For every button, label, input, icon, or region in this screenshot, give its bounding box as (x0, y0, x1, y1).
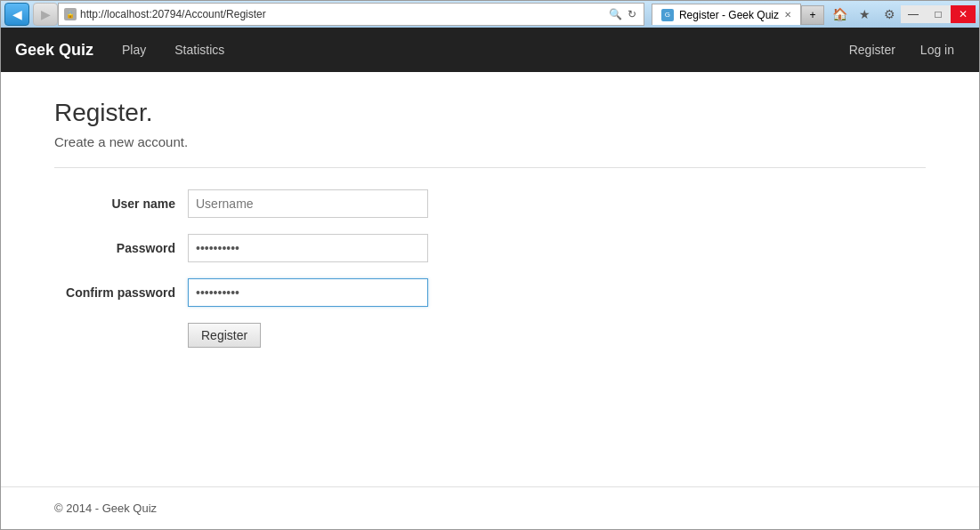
address-icon: 🔒 (64, 8, 77, 20)
titlebar: ◀ ▶ 🔒 http://localhost:20794/Account/Reg… (1, 1, 979, 28)
footer-text: © 2014 - Geek Quiz (54, 502, 157, 515)
active-tab[interactable]: G Register - Geek Quiz ✕ (652, 4, 801, 25)
tabs: G Register - Geek Quiz ✕ + (652, 4, 824, 25)
username-input[interactable] (188, 189, 428, 218)
tab-title: Register - Geek Quiz (679, 9, 779, 21)
nav-links: Play Statistics (111, 37, 235, 62)
register-form: User name Password Confirm password Regi… (54, 189, 499, 348)
navbar: Geek Quiz Play Statistics Register Log i… (1, 28, 979, 72)
username-row: User name (54, 189, 499, 218)
address-actions: 🔍 ↻ (607, 8, 638, 20)
nav-play[interactable]: Play (111, 37, 157, 62)
back-button[interactable]: ◀ (4, 3, 29, 26)
close-button[interactable]: ✕ (951, 5, 976, 23)
refresh-icon[interactable]: ↻ (626, 8, 638, 20)
register-submit-button[interactable]: Register (188, 323, 261, 348)
footer: © 2014 - Geek Quiz (1, 486, 979, 529)
page-content: Register. Create a new account. User nam… (1, 72, 979, 486)
nav-register[interactable]: Register (838, 37, 906, 62)
url-text: http://localhost:20794/Account/Register (80, 8, 603, 20)
confirm-password-input[interactable] (188, 278, 428, 307)
minimize-button[interactable]: — (901, 5, 926, 23)
password-input[interactable] (188, 234, 428, 262)
settings-icon[interactable]: ⚙ (878, 4, 901, 24)
page-subtitle: Create a new account. (54, 134, 926, 149)
nav-statistics[interactable]: Statistics (164, 37, 235, 62)
username-label: User name (54, 197, 188, 211)
divider (54, 167, 926, 168)
submit-row: Register (54, 323, 499, 348)
page-title: Register. (54, 99, 926, 127)
confirm-password-label: Confirm password (54, 285, 188, 300)
titlebar-left: ◀ ▶ (4, 3, 58, 26)
favorites-icon[interactable]: ★ (853, 4, 876, 24)
nav-login[interactable]: Log in (910, 37, 965, 62)
home-icon[interactable]: 🏠 (828, 4, 851, 24)
tab-favicon: G (661, 9, 674, 21)
forward-button[interactable]: ▶ (33, 3, 58, 26)
tab-close-button[interactable]: ✕ (784, 10, 791, 20)
maximize-button[interactable]: □ (926, 5, 951, 23)
password-row: Password (54, 234, 499, 262)
toolbar-icons: 🏠 ★ ⚙ (828, 4, 901, 24)
nav-right: Register Log in (838, 37, 965, 62)
confirm-password-row: Confirm password (54, 278, 499, 307)
search-icon[interactable]: 🔍 (607, 8, 624, 20)
browser-window: ◀ ▶ 🔒 http://localhost:20794/Account/Reg… (0, 0, 980, 530)
new-tab-button[interactable]: + (801, 5, 824, 25)
address-bar[interactable]: 🔒 http://localhost:20794/Account/Registe… (58, 3, 644, 26)
brand-logo[interactable]: Geek Quiz (15, 41, 93, 60)
password-label: Password (54, 241, 188, 255)
window-controls: — □ ✕ (901, 5, 976, 23)
